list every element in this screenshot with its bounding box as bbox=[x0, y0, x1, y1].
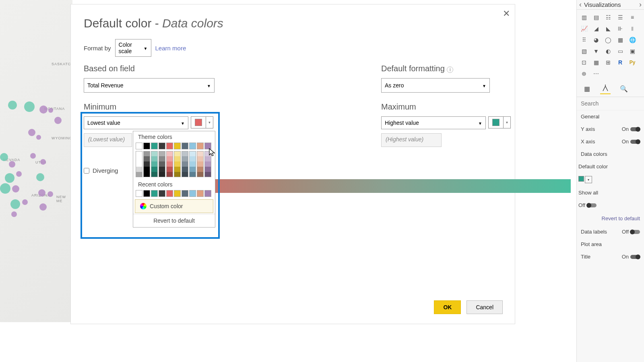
theme-shade-swatch[interactable] bbox=[143, 161, 150, 167]
theme-shade-swatch[interactable] bbox=[151, 172, 158, 177]
line-chart-icon[interactable]: 📈 bbox=[579, 24, 589, 33]
theme-shade-swatch[interactable] bbox=[136, 161, 142, 167]
theme-shade-swatch[interactable] bbox=[136, 156, 142, 161]
theme-shade-swatch[interactable] bbox=[159, 172, 165, 177]
kpi-icon[interactable]: ⊡ bbox=[579, 58, 589, 67]
panel-back-icon[interactable]: ‹ bbox=[579, 0, 582, 9]
ribbon-icon[interactable]: ⫴ bbox=[627, 24, 637, 33]
show-all-toggle[interactable]: Off bbox=[578, 202, 597, 208]
fields-tab-icon[interactable]: ▦ bbox=[582, 84, 592, 94]
theme-swatch[interactable] bbox=[166, 143, 173, 149]
theme-shade-swatch[interactable] bbox=[197, 156, 204, 161]
scatter-icon[interactable]: ⠿ bbox=[579, 35, 589, 44]
hundred-bar-icon[interactable]: ≡ bbox=[627, 13, 637, 22]
recent-swatch[interactable] bbox=[174, 190, 181, 197]
more-visuals-icon[interactable]: ⋯ bbox=[591, 69, 601, 78]
default-color-chip-row[interactable]: ▾ bbox=[577, 173, 644, 186]
clustered-bar-icon[interactable]: ☷ bbox=[603, 13, 613, 22]
format-search[interactable] bbox=[577, 97, 644, 110]
ok-button[interactable]: OK bbox=[434, 300, 461, 314]
theme-shade-swatch[interactable] bbox=[151, 161, 158, 167]
format-by-select[interactable]: Color scale bbox=[115, 39, 151, 57]
area-chart-icon[interactable]: ◢ bbox=[591, 24, 601, 33]
theme-shade-swatch[interactable] bbox=[204, 156, 211, 161]
minimum-select[interactable]: Lowest value bbox=[84, 116, 188, 129]
theme-shade-swatch[interactable] bbox=[182, 172, 188, 177]
recent-swatch[interactable] bbox=[143, 190, 150, 197]
plot-area-row[interactable]: Plot area bbox=[577, 238, 644, 250]
format-tab-icon[interactable] bbox=[600, 84, 611, 94]
theme-shade-swatch[interactable] bbox=[174, 167, 181, 172]
theme-shade-swatch[interactable] bbox=[159, 167, 165, 172]
table-icon[interactable]: ▦ bbox=[591, 58, 601, 67]
data-labels-row[interactable]: Data labels Off bbox=[577, 225, 644, 238]
theme-shade-swatch[interactable] bbox=[159, 151, 165, 156]
theme-shade-swatch[interactable] bbox=[166, 167, 173, 172]
stacked-column-icon[interactable]: ▤ bbox=[591, 13, 601, 22]
minimum-color-dropdown[interactable] bbox=[206, 116, 213, 128]
theme-shade-swatch[interactable] bbox=[174, 156, 181, 161]
default-formatting-select[interactable]: As zero bbox=[381, 78, 490, 93]
theme-shade-swatch[interactable] bbox=[204, 172, 211, 177]
theme-shade-swatch[interactable] bbox=[182, 156, 188, 161]
yaxis-toggle[interactable]: On bbox=[622, 126, 640, 132]
close-button[interactable]: ✕ bbox=[503, 8, 510, 19]
theme-swatch[interactable] bbox=[182, 143, 188, 149]
recent-swatch[interactable] bbox=[166, 190, 173, 197]
theme-shade-swatch[interactable] bbox=[189, 156, 196, 161]
theme-swatch[interactable] bbox=[197, 143, 204, 149]
theme-shade-swatch[interactable] bbox=[197, 151, 204, 156]
theme-swatch[interactable] bbox=[136, 143, 142, 149]
theme-shade-swatch[interactable] bbox=[159, 161, 165, 167]
theme-shade-swatch[interactable] bbox=[204, 161, 211, 167]
data-labels-toggle[interactable]: Off bbox=[622, 229, 640, 235]
theme-shade-swatch[interactable] bbox=[166, 172, 173, 177]
diverging-checkbox[interactable] bbox=[84, 168, 89, 174]
line-column-icon[interactable]: ⊪ bbox=[615, 24, 625, 33]
map-icon[interactable]: 🌐 bbox=[627, 35, 637, 44]
recent-swatch[interactable] bbox=[159, 190, 165, 197]
card-icon[interactable]: ▭ bbox=[615, 47, 625, 56]
recent-swatch[interactable] bbox=[204, 190, 211, 197]
filled-map-icon[interactable]: ▧ bbox=[579, 47, 589, 56]
theme-shade-swatch[interactable] bbox=[189, 167, 196, 172]
learn-more-link[interactable]: Learn more bbox=[155, 45, 186, 52]
theme-swatch[interactable] bbox=[174, 143, 181, 149]
revert-to-default-button[interactable]: Revert to default bbox=[133, 214, 215, 227]
matrix-icon[interactable]: ⊞ bbox=[603, 58, 613, 67]
theme-shade-swatch[interactable] bbox=[143, 167, 150, 172]
recent-swatch[interactable] bbox=[197, 190, 204, 197]
theme-swatch[interactable] bbox=[143, 143, 150, 149]
gauge-icon[interactable]: ◐ bbox=[603, 47, 613, 56]
maximum-select[interactable]: Highest value bbox=[381, 116, 486, 129]
theme-shade-swatch[interactable] bbox=[182, 151, 188, 156]
panel-forward-icon[interactable]: › bbox=[639, 0, 642, 9]
theme-swatch[interactable] bbox=[189, 143, 196, 149]
theme-shade-swatch[interactable] bbox=[143, 151, 150, 156]
info-icon[interactable]: i bbox=[447, 66, 453, 73]
theme-shade-swatch[interactable] bbox=[151, 167, 158, 172]
theme-shade-swatch[interactable] bbox=[182, 167, 188, 172]
revert-link[interactable]: Revert to default bbox=[577, 211, 644, 225]
title-toggle[interactable]: On bbox=[622, 254, 640, 260]
funnel-icon[interactable]: ▼ bbox=[591, 47, 601, 56]
minimum-color-chip[interactable] bbox=[191, 116, 206, 128]
theme-shade-swatch[interactable] bbox=[136, 167, 142, 172]
theme-shade-swatch[interactable] bbox=[151, 156, 158, 161]
key-influencers-icon[interactable]: ⊛ bbox=[579, 69, 589, 78]
theme-shade-swatch[interactable] bbox=[136, 172, 142, 177]
theme-shade-swatch[interactable] bbox=[189, 161, 196, 167]
recent-swatch[interactable] bbox=[189, 190, 196, 197]
theme-shade-swatch[interactable] bbox=[197, 172, 204, 177]
theme-shade-swatch[interactable] bbox=[159, 156, 165, 161]
theme-shade-swatch[interactable] bbox=[174, 161, 181, 167]
show-all-toggle-row[interactable]: Off bbox=[577, 199, 644, 211]
theme-shade-swatch[interactable] bbox=[204, 151, 211, 156]
treemap-icon[interactable]: ▦ bbox=[615, 35, 625, 44]
theme-shade-swatch[interactable] bbox=[182, 161, 188, 167]
theme-swatch[interactable] bbox=[204, 143, 211, 149]
donut-icon[interactable]: ◯ bbox=[603, 35, 613, 44]
stacked-area-icon[interactable]: ◣ bbox=[603, 24, 613, 33]
default-color-dropdown[interactable]: ▾ bbox=[585, 176, 592, 183]
theme-shade-swatch[interactable] bbox=[151, 151, 158, 156]
